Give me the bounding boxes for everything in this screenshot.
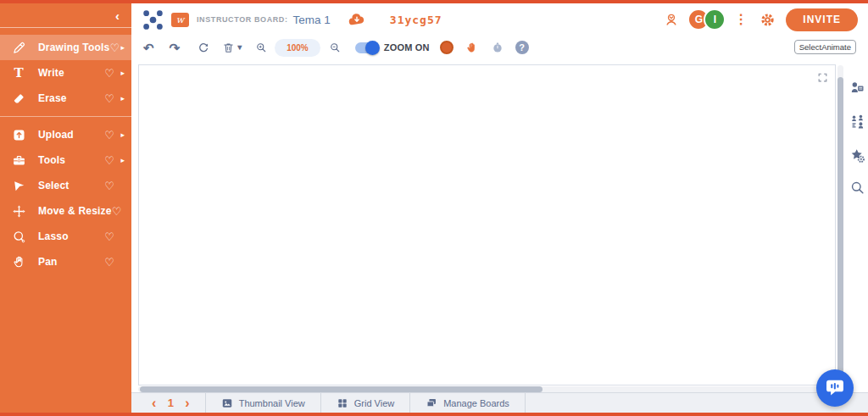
board-footer: ‹ 1 › Thumbnail View Grid View Manage Bo… (131, 392, 868, 413)
fullscreen-icon[interactable] (817, 72, 828, 83)
pencil-icon (10, 39, 27, 56)
trash-icon[interactable] (222, 42, 235, 54)
sidebar-item-label: Tools (38, 154, 103, 166)
tab-label: Manage Boards (443, 398, 509, 408)
redo-icon[interactable]: ↷ (170, 42, 181, 54)
undo-icon[interactable]: ↶ (143, 42, 154, 54)
sidebar-header: ‹ (0, 3, 131, 28)
trash-dropdown-caret-icon[interactable]: ▾ (237, 43, 242, 52)
pan-hand-icon (10, 253, 27, 270)
whiteboard-badge-icon: w (171, 13, 189, 27)
board-name[interactable]: Tema 1 (293, 14, 331, 26)
zoom-level-display[interactable]: 100% (275, 39, 320, 57)
sidebar-item-move-resize[interactable]: Move & Resize ♡ (0, 198, 131, 224)
timer-icon[interactable] (492, 42, 504, 53)
top-accent-strip (0, 0, 868, 3)
participants-icon[interactable] (846, 76, 868, 98)
zoom-out-icon[interactable] (329, 42, 342, 54)
upload-icon (10, 126, 27, 143)
app-header: w INSTRUCTOR BOARD: Tema 1 31ycg57 G I ⋮… (131, 3, 868, 36)
move-icon (10, 202, 27, 219)
tab-grid-view[interactable]: Grid View (320, 393, 409, 413)
tab-thumbnail-view[interactable]: Thumbnail View (205, 393, 320, 413)
zoom-in-icon[interactable] (255, 42, 268, 54)
select-animate-tooltip: SelectAnimate (794, 40, 856, 54)
expand-arrow-icon: ▸ (116, 156, 125, 164)
expand-arrow-icon: ▸ (116, 69, 125, 77)
sidebar-item-label: Upload (38, 129, 103, 141)
favorite-heart-icon[interactable]: ♡ (103, 256, 116, 269)
favorite-heart-icon[interactable]: ♡ (103, 129, 116, 141)
sidebar-item-pan[interactable]: Pan ♡ (0, 249, 131, 275)
manage-boards-icon (426, 397, 437, 409)
avatar-student[interactable]: I (704, 8, 726, 31)
sidebar-item-tools[interactable]: Tools ♡ ▸ (0, 147, 131, 173)
sidebar-item-label: Write (38, 67, 103, 79)
sidebar-item-upload[interactable]: Upload ♡ ▸ (0, 122, 131, 147)
sidebar-item-label: Move & Resize (38, 205, 112, 217)
sidebar-item-label: Lasso (38, 230, 103, 242)
vertical-scrollbar-thumb[interactable] (837, 77, 843, 380)
sidebar-item-lasso[interactable]: Lasso ♡ (0, 224, 131, 249)
follow-me-icon[interactable] (664, 12, 679, 27)
student-boards-icon[interactable] (846, 110, 868, 132)
favorite-heart-icon[interactable]: ♡ (103, 230, 116, 243)
participant-avatars: G I (687, 8, 726, 31)
tab-manage-boards[interactable]: Manage Boards (409, 393, 526, 413)
sidebar-item-erase[interactable]: Erase ♡ ▸ (0, 86, 131, 111)
favorite-heart-icon[interactable]: ♡ (112, 205, 122, 218)
color-indicator[interactable] (440, 41, 453, 54)
expand-arrow-icon: ▸ (116, 94, 125, 103)
select-icon (10, 177, 27, 194)
page-navigation: ‹ 1 › (131, 397, 205, 410)
kebab-menu-icon[interactable]: ⋮ (734, 13, 748, 26)
chat-bubble-icon (824, 377, 846, 399)
vertical-scrollbar (837, 65, 843, 385)
sidebar-item-drawing-tools[interactable]: Drawing Tools ♡ ▸ (0, 35, 131, 60)
eraser-icon (10, 90, 27, 107)
raise-hand-icon[interactable] (465, 42, 478, 54)
refresh-icon[interactable] (197, 41, 210, 54)
help-icon[interactable]: ? (515, 41, 529, 54)
search-icon[interactable] (846, 176, 868, 198)
page-number: 1 (161, 397, 180, 409)
favorite-heart-icon[interactable]: ♡ (103, 92, 116, 105)
text-icon: T (10, 64, 27, 81)
collapse-sidebar-icon[interactable]: ‹ (115, 9, 120, 22)
sidebar-item-label: Pan (38, 256, 103, 268)
zoom-toggle-label: ZOOM ON (384, 42, 430, 53)
previous-page-icon[interactable]: ‹ (147, 397, 161, 410)
board-join-code[interactable]: 31ycg57 (390, 14, 442, 26)
favorites-settings-icon[interactable] (846, 144, 868, 166)
zoom-toggle[interactable] (355, 42, 378, 53)
sidebar-tool-list: Drawing Tools ♡ ▸ T Write ♡ ▸ Erase ♡ ▸ (0, 28, 131, 275)
toggle-knob (365, 41, 380, 55)
lasso-icon (10, 228, 27, 245)
app-logo-icon (142, 8, 164, 31)
invite-button[interactable]: INVITE (786, 8, 858, 31)
thumbnail-view-icon (221, 397, 233, 409)
chat-button[interactable] (816, 369, 854, 407)
horizontal-scrollbar (138, 386, 836, 392)
tools-sidebar: ‹ Drawing Tools ♡ ▸ T Write ♡ ▸ (0, 3, 131, 413)
expand-arrow-icon: ▸ (116, 130, 125, 139)
sidebar-item-write[interactable]: T Write ♡ ▸ (0, 60, 131, 86)
sidebar-item-label: Erase (38, 92, 103, 104)
bottom-accent-strip (0, 413, 868, 416)
settings-gear-icon[interactable] (760, 12, 776, 28)
whiteboard-canvas[interactable] (138, 64, 836, 385)
favorite-heart-icon[interactable]: ♡ (103, 67, 116, 80)
board-type-label: INSTRUCTOR BOARD: (197, 15, 288, 24)
sidebar-item-label: Drawing Tools (38, 42, 109, 53)
app-root: ‹ Drawing Tools ♡ ▸ T Write ♡ ▸ (0, 0, 868, 416)
horizontal-scrollbar-thumb[interactable] (140, 386, 542, 392)
expand-arrow-icon: ▸ (120, 43, 125, 52)
favorite-heart-icon[interactable]: ♡ (103, 180, 116, 192)
sidebar-item-select[interactable]: Select ♡ (0, 173, 131, 198)
next-page-icon[interactable]: › (180, 397, 194, 410)
cloud-sync-icon[interactable] (348, 12, 366, 27)
tab-label: Thumbnail View (239, 398, 305, 408)
favorite-heart-icon[interactable]: ♡ (103, 154, 116, 167)
favorite-heart-icon[interactable]: ♡ (109, 42, 120, 54)
grid-view-icon (337, 397, 348, 409)
